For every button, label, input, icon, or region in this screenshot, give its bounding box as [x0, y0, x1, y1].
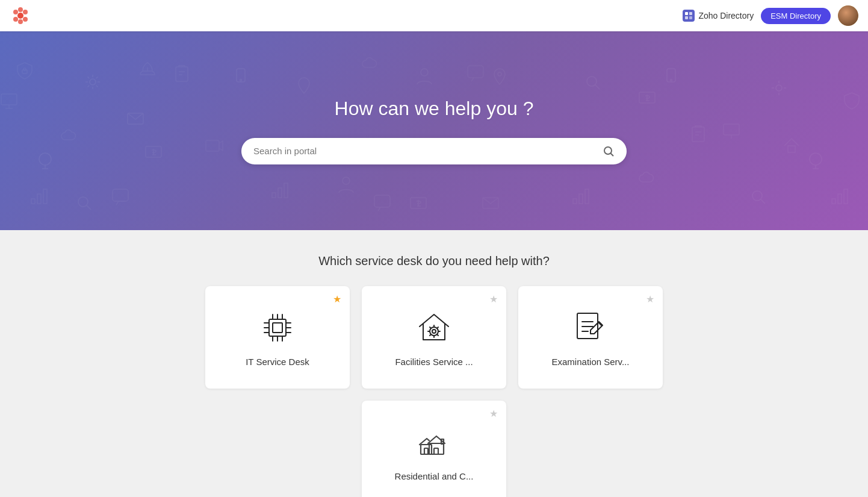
svg-rect-15: [113, 189, 128, 201]
zoho-directory-icon: [683, 10, 695, 22]
svg-rect-29: [667, 69, 675, 82]
svg-rect-55: [206, 140, 219, 151]
svg-point-67: [498, 72, 501, 76]
svg-line-92: [437, 334, 438, 335]
avatar-image: [838, 5, 858, 26]
card-residential-label: Residential and C...: [395, 471, 474, 481]
svg-point-33: [343, 177, 350, 184]
svg-rect-43: [579, 194, 583, 204]
star-facilities-service[interactable]: ★: [489, 293, 498, 305]
svg-point-5: [13, 17, 18, 22]
house-gear-icon: [415, 308, 453, 347]
svg-point-48: [78, 197, 88, 207]
svg-rect-46: [838, 194, 842, 204]
zoho-directory-link[interactable]: Zoho Directory: [683, 10, 754, 22]
svg-rect-42: [573, 199, 577, 204]
svg-point-14: [90, 79, 96, 85]
svg-line-70: [611, 153, 614, 156]
svg-rect-27: [724, 124, 739, 135]
svg-rect-65: [22, 70, 27, 73]
svg-point-6: [13, 10, 18, 14]
main-content: Which service desk do you need help with…: [0, 230, 868, 497]
hero-title: How can we help you ?: [335, 98, 534, 120]
app-logo[interactable]: [10, 5, 31, 27]
svg-rect-59: [692, 127, 704, 142]
svg-line-51: [595, 85, 600, 89]
svg-rect-63: [411, 198, 426, 208]
svg-rect-64: [639, 92, 655, 103]
document-edit-icon: [571, 308, 610, 347]
esm-directory-button[interactable]: ESM Directory: [761, 8, 831, 24]
card-examination-label: Examination Serv...: [552, 357, 630, 367]
hero-bg-decoration: [0, 31, 868, 230]
svg-line-53: [761, 199, 765, 204]
svg-rect-36: [31, 199, 35, 204]
star-it-service-desk[interactable]: ★: [333, 293, 341, 305]
svg-rect-62: [146, 146, 161, 157]
svg-rect-37: [37, 194, 41, 204]
svg-rect-18: [1, 94, 17, 105]
svg-line-49: [87, 205, 91, 210]
search-bar-container: [241, 138, 627, 164]
svg-point-4: [18, 19, 23, 24]
svg-rect-103: [424, 448, 428, 454]
svg-point-69: [604, 147, 612, 154]
svg-rect-41: [284, 183, 288, 198]
svg-point-0: [17, 13, 23, 19]
svg-rect-44: [585, 189, 589, 204]
svg-line-91: [430, 327, 431, 328]
svg-rect-16: [237, 69, 245, 82]
svg-rect-71: [269, 319, 286, 336]
service-cards-row1: ★: [163, 286, 705, 389]
chip-icon: [258, 308, 297, 347]
svg-rect-31: [483, 198, 498, 208]
app-logo-icon: [10, 5, 31, 27]
svg-point-1: [18, 7, 23, 12]
svg-rect-45: [832, 199, 835, 204]
svg-rect-7: [685, 12, 688, 15]
navbar: Zoho Directory ESM Directory: [0, 0, 868, 31]
card-examination-service[interactable]: ★ Examination Serv...: [518, 286, 663, 389]
card-facilities-label: Facilities Service ...: [395, 357, 473, 367]
svg-rect-47: [844, 189, 848, 204]
star-examination-service[interactable]: ★: [646, 293, 654, 305]
svg-rect-9: [685, 16, 688, 19]
svg-rect-56: [176, 67, 188, 81]
svg-rect-68: [788, 146, 795, 152]
search-icon: [603, 145, 615, 157]
svg-rect-102: [434, 448, 438, 454]
svg-point-66: [23, 68, 26, 70]
card-residential[interactable]: ★ Residential and C..: [362, 401, 506, 497]
svg-point-50: [587, 77, 597, 86]
svg-rect-34: [374, 195, 390, 207]
svg-point-23: [776, 85, 782, 91]
svg-rect-72: [273, 323, 282, 333]
card-facilities-service[interactable]: ★: [362, 286, 506, 389]
star-residential[interactable]: ★: [489, 408, 498, 419]
svg-point-52: [752, 191, 762, 201]
search-button[interactable]: [603, 145, 615, 157]
navbar-right: Zoho Directory ESM Directory: [683, 5, 858, 26]
user-avatar[interactable]: [838, 5, 858, 26]
card-it-service-desk[interactable]: ★: [205, 286, 350, 389]
svg-point-86: [432, 330, 436, 333]
house-group-icon: [415, 423, 453, 461]
svg-line-93: [437, 327, 438, 328]
svg-rect-10: [689, 16, 692, 19]
section-title: Which service desk do you need help with…: [12, 254, 856, 268]
svg-line-94: [430, 334, 431, 335]
svg-rect-38: [43, 189, 47, 204]
card-it-service-desk-label: IT Service Desk: [246, 357, 309, 367]
service-cards-row2: ★ Residential and C..: [12, 401, 856, 497]
svg-point-24: [810, 153, 822, 165]
zoho-directory-label: Zoho Directory: [698, 11, 754, 20]
svg-rect-8: [689, 12, 692, 15]
svg-point-17: [240, 80, 242, 81]
svg-rect-21: [128, 113, 143, 124]
svg-rect-39: [272, 193, 276, 198]
search-input[interactable]: [253, 146, 603, 156]
svg-rect-40: [278, 188, 282, 198]
svg-point-2: [23, 10, 28, 14]
svg-point-30: [671, 80, 672, 81]
hero-banner: How can we help you ?: [0, 31, 868, 230]
